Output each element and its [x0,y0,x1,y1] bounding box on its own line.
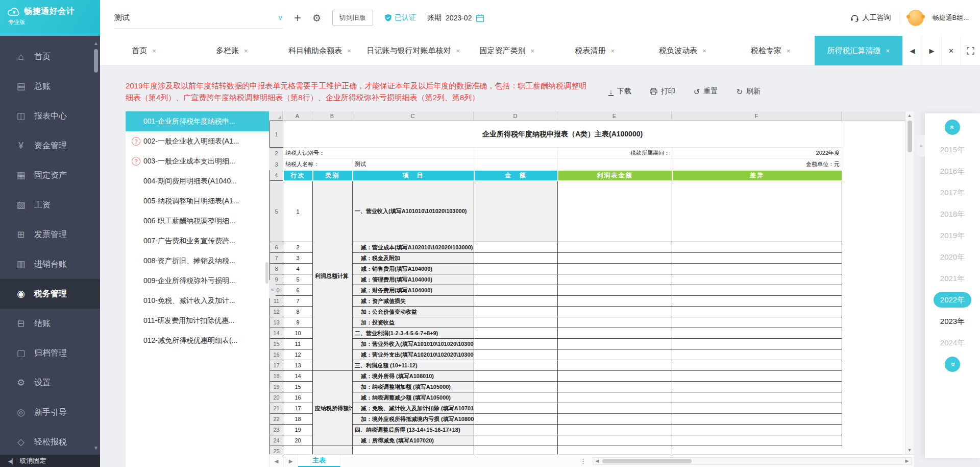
income-statement-amount-cell[interactable] [558,264,672,274]
company-selector[interactable]: 测试 ∨ [114,7,283,29]
report-list-item[interactable]: ?010-免税、减计收入及加计... [126,291,269,311]
income-statement-amount-cell[interactable] [558,382,672,392]
horizontal-scrollbar-thumb[interactable] [602,459,692,463]
tab-close-icon[interactable]: × [787,47,791,55]
unit-label-cell[interactable]: 金额单位：元 [672,159,842,170]
amount-cell[interactable] [474,435,558,446]
income-statement-amount-cell[interactable] [558,285,672,296]
difference-cell[interactable] [672,339,842,349]
sidebar-item-beginner-guide[interactable]: ◎新手引导 [0,398,100,427]
tab-2[interactable]: 多栏账× [188,36,276,65]
scroll-up-icon[interactable]: ▲ [908,111,912,120]
amount-cell[interactable] [474,274,558,285]
column-header-B[interactable]: B [312,111,352,120]
difference-cell[interactable] [672,285,842,296]
amount-cell[interactable] [474,328,558,339]
collapse-report-list-handle[interactable]: « [269,280,276,298]
sidebar-item-tax-management[interactable]: ◉税务管理 [0,279,100,309]
add-button[interactable]: + [294,11,301,25]
calendar-icon[interactable] [476,14,484,22]
year-item[interactable]: 2016年 [940,160,965,182]
difference-cell[interactable] [672,181,842,242]
amount-cell[interactable] [474,307,558,317]
difference-cell[interactable] [672,317,842,328]
difference-cell[interactable] [672,296,842,307]
h-scroll-left-icon[interactable]: ◀ [593,458,601,463]
column-header-F[interactable]: F [672,111,842,120]
tab-close-icon[interactable]: × [702,47,706,55]
reset-button[interactable]: ↺ 重置 [694,87,718,96]
tab-close-icon[interactable]: × [244,47,248,55]
amount-cell[interactable] [474,285,558,296]
sidebar-item-archive[interactable]: ▢归档管理 [0,338,100,368]
income-statement-amount-cell[interactable] [558,349,672,360]
taxpayer-id-label-cell[interactable]: 纳税人识别号： [283,148,474,159]
switch-old-version-button[interactable]: 切到旧版 [332,10,373,26]
tab-close-icon[interactable]: × [611,47,615,55]
sidebar-item-invoice[interactable]: ⊞发票管理 [0,220,100,249]
fullscreen-icon[interactable] [961,36,980,65]
tab-7[interactable]: 税负波动表× [639,36,726,65]
income-statement-amount-cell[interactable] [558,242,672,253]
sidebar-item-closing[interactable]: ⊟结账 [0,309,100,338]
line-number-cell[interactable]: 16 [283,392,313,403]
year-item[interactable]: 2020年 [940,246,965,268]
user-avatar[interactable] [908,10,924,26]
difference-cell[interactable] [672,253,842,264]
line-number-cell[interactable]: 6 [283,285,313,296]
sidebar-item-easy-tax[interactable]: ◇轻松报税 [0,427,100,455]
period-value[interactable]: 2023-02 [446,14,472,22]
line-number-cell[interactable]: 20 [283,435,313,446]
tab-close-icon[interactable]: × [456,47,460,55]
item-cell[interactable]: 一、营业收入(填写A101010\101020\103000) [353,181,474,242]
report-list-item[interactable]: ?005-纳税调整项目明细表(A1... [126,191,269,211]
amount-cell[interactable] [474,392,558,403]
sidebar-item-home[interactable]: ⌂首页 [0,42,100,72]
report-list-scrollbar-thumb[interactable] [265,262,268,284]
line-number-cell[interactable]: 14 [283,371,313,382]
line-number-cell[interactable]: 5 [283,274,313,285]
difference-cell[interactable] [672,414,842,425]
consult-button[interactable]: 人工咨询 [850,13,891,22]
income-statement-amount-cell[interactable] [558,414,672,425]
year-item[interactable]: 2021年 [940,268,965,289]
download-button[interactable]: ↓ 下载 [608,87,631,96]
difference-cell[interactable] [672,242,842,253]
item-cell[interactable]: 减：营业成本(填写A102010\102020\103000) [353,242,474,253]
amount-cell[interactable] [474,382,558,392]
line-number-cell[interactable]: 19 [283,425,313,435]
tab-1[interactable]: 首页× [100,36,188,65]
amount-cell[interactable] [474,296,558,307]
difference-cell[interactable] [672,403,842,414]
amount-cell[interactable] [474,181,558,242]
item-cell[interactable]: 加：纳税调整增加额 (填写A105000) [353,382,474,392]
collapse-year-rail-handle[interactable]: » [917,135,925,156]
income-statement-amount-cell[interactable] [558,317,672,328]
unpin-sidebar-button[interactable]: ◀▏ 取消固定 [0,455,100,467]
vertical-scrollbar-thumb[interactable] [908,121,912,152]
h-scroll-right-icon[interactable]: ▶ [903,458,911,463]
line-number-cell[interactable]: 8 [283,307,313,317]
difference-cell[interactable] [672,371,842,382]
line-number-cell[interactable]: 3 [283,253,313,264]
item-cell[interactable]: 减：财务费用(填写A104000) [353,285,474,296]
line-number-cell[interactable]: 4 [283,264,313,274]
item-cell[interactable]: 减：纳税调整减少额 (填写A105000) [353,392,474,403]
difference-cell[interactable] [672,307,842,317]
line-number-cell[interactable] [283,446,313,455]
item-cell[interactable]: 减：税金及附加 [353,253,474,264]
income-statement-amount-cell[interactable] [558,253,672,264]
refresh-button[interactable]: ↻ 刷新 [736,87,761,96]
line-number-cell[interactable]: 11 [283,339,313,349]
cell[interactable] [474,159,558,170]
item-cell[interactable] [313,446,353,455]
item-cell[interactable]: 三、利润总额 (10+11-12) [353,360,474,371]
item-cell[interactable]: 减：销售费用(填写A104000) [353,264,474,274]
income-statement-amount-cell[interactable] [558,371,672,382]
difference-cell[interactable] [558,446,672,455]
verified-badge[interactable]: 已认证 [384,13,416,22]
year-item[interactable]: 2023年 [940,311,965,332]
line-number-cell[interactable]: 10 [283,328,313,339]
sheet-next-icon[interactable]: ▶ [284,455,298,467]
item-cell[interactable]: 加：营业外收入(填写A101010\101020\103000) [353,339,474,349]
